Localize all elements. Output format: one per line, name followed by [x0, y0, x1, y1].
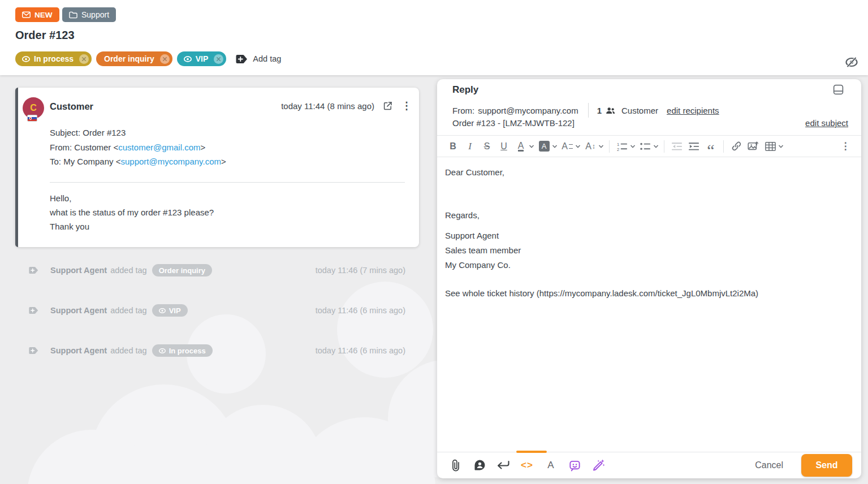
timeline-timestamp: today 11:46 (6 mins ago): [316, 306, 405, 315]
department-label: Support: [81, 10, 109, 19]
font-family-button[interactable]: A: [560, 138, 574, 155]
signature-name: Support Agent: [445, 228, 848, 243]
tag-added-icon: [29, 306, 38, 314]
cancel-button[interactable]: Cancel: [755, 460, 783, 470]
bulleted-list-dropdown-icon[interactable]: [653, 144, 659, 149]
link-button[interactable]: [729, 138, 743, 155]
from-email-link[interactable]: customer@gmail.com: [118, 142, 200, 152]
tag-label: In process: [34, 54, 74, 63]
blockquote-button[interactable]: “: [704, 138, 718, 155]
mail-from-line: From: Customer <customer@gmail.com>: [50, 140, 226, 155]
to-email-link[interactable]: support@mycompany.com: [120, 157, 221, 166]
reply-panel: Reply From: support@mycompany.com 1 Cust…: [437, 79, 861, 478]
slovakia-flag-icon: [27, 115, 37, 122]
timeline-agent: Support Agent: [50, 346, 107, 355]
font-color-button[interactable]: A: [518, 141, 524, 152]
font-family-lines-icon: [569, 144, 573, 149]
stop-watching-icon[interactable]: [845, 55, 858, 69]
open-in-new-icon[interactable]: [383, 101, 393, 111]
timeline-row: Support Agent added tag In process today…: [15, 343, 405, 358]
outdent-button[interactable]: [670, 138, 684, 155]
insert-table-button[interactable]: [763, 138, 777, 155]
timeline-action: added tag: [110, 306, 147, 315]
tag-added-icon: [29, 266, 38, 274]
strikethrough-button[interactable]: S: [480, 138, 494, 155]
tags-row: In process Order inquiry VIP Add tag: [15, 51, 281, 66]
timeline-action: added tag: [110, 266, 147, 275]
divider: [664, 140, 664, 153]
reply-subject: Order #123 - [LMZ-MJWTB-122]: [452, 118, 575, 128]
divider: [588, 103, 589, 118]
sender-name: Customer: [50, 101, 93, 112]
font-family-dropdown-icon[interactable]: [575, 144, 581, 149]
remove-tag-icon[interactable]: [160, 54, 170, 64]
status-badge-new[interactable]: NEW: [15, 7, 59, 22]
remove-tag-icon[interactable]: [214, 54, 223, 64]
send-button[interactable]: Send: [801, 454, 852, 477]
background-color-dropdown-icon[interactable]: [552, 144, 558, 149]
timeline-tag-pill: VIP: [152, 304, 188, 317]
timeline-tag-pill: Order inquiry: [152, 264, 212, 276]
reply-body-editor[interactable]: Dear Customer, Regards, Support Agent Sa…: [445, 165, 848, 301]
numbered-list-dropdown-icon[interactable]: [630, 144, 636, 149]
eye-icon: [159, 308, 166, 313]
attach-file-icon[interactable]: [448, 458, 463, 473]
tag-label: Order inquiry: [104, 54, 154, 63]
numbered-list-button[interactable]: 12: [615, 138, 629, 155]
card-accent-bar: [15, 88, 18, 247]
reply-from-row: From: support@mycompany.com 1 Customer e…: [452, 103, 719, 118]
italic-button[interactable]: I: [463, 138, 477, 155]
tag-in-process[interactable]: In process: [15, 51, 92, 66]
reply-greeting: Dear Customer,: [445, 165, 848, 180]
recipients-icon: [606, 106, 615, 115]
chatbot-icon[interactable]: [567, 458, 582, 473]
eye-icon: [22, 56, 30, 62]
add-tag-button[interactable]: Add tag: [236, 54, 281, 64]
reply-footer: <> A Cancel Send: [437, 452, 861, 478]
signature-company: My Company Co.: [445, 258, 848, 273]
canned-messages-icon[interactable]: [472, 458, 487, 473]
tag-order-inquiry[interactable]: Order inquiry: [96, 51, 172, 66]
ai-assist-icon[interactable]: [591, 458, 606, 473]
tag-label: VIP: [196, 54, 209, 63]
timeline-timestamp: today 11:46 (6 mins ago): [316, 346, 405, 355]
envelope-icon: [22, 11, 31, 18]
recipient-name: Customer: [621, 106, 658, 115]
underline-button[interactable]: U: [497, 138, 511, 155]
toolbar-more-options-icon[interactable]: ⋮: [839, 138, 852, 155]
ticket-history-note: See whole ticket history (https://mycomp…: [445, 286, 848, 301]
eye-icon: [159, 348, 166, 353]
font-size-button[interactable]: A↕: [584, 138, 597, 155]
from-label: From:: [452, 106, 474, 115]
tag-vip[interactable]: VIP: [177, 51, 227, 66]
tag-added-icon: [29, 347, 38, 355]
department-button[interactable]: Support: [62, 7, 116, 22]
message-meta: today 11:44 (8 mins ago) ⋮: [281, 101, 412, 111]
insert-image-button[interactable]: [746, 138, 760, 155]
ticket-header: NEW Support Order #123 In process Order …: [0, 0, 868, 75]
font-size-dropdown-icon[interactable]: [598, 144, 604, 149]
timeline-action: added tag: [110, 346, 147, 355]
font-color-dropdown-icon[interactable]: [529, 144, 534, 149]
mail-subject-line: Subject: Order #123: [50, 126, 226, 140]
timeline-timestamp: today 11:46 (7 mins ago): [316, 266, 405, 275]
remove-tag-icon[interactable]: [79, 54, 89, 64]
timeline-row: Support Agent added tag VIP today 11:46 …: [15, 302, 405, 318]
message-timestamp: today 11:44 (8 mins ago): [281, 101, 374, 111]
bold-button[interactable]: B: [446, 138, 460, 155]
reply-regards: Regards,: [445, 208, 848, 223]
edit-recipients-link[interactable]: edit recipients: [667, 106, 719, 115]
background-color-button[interactable]: A: [539, 141, 550, 152]
indent-button[interactable]: [687, 138, 701, 155]
insert-table-dropdown-icon[interactable]: [778, 144, 784, 149]
editor-toolbar: B I S U A A A A↕ 12 “: [437, 135, 861, 157]
mail-headers: Subject: Order #123 From: Customer <cust…: [50, 126, 226, 169]
avatar-letter: C: [30, 103, 37, 113]
insert-reply-icon[interactable]: [496, 458, 511, 473]
bulleted-list-button[interactable]: [638, 138, 652, 155]
code-view-icon[interactable]: <>: [520, 458, 534, 473]
message-menu-icon[interactable]: ⋮: [401, 101, 412, 111]
collapse-editor-icon[interactable]: [832, 84, 844, 96]
plain-text-icon[interactable]: A: [543, 458, 558, 473]
edit-subject-link[interactable]: edit subject: [805, 118, 848, 128]
